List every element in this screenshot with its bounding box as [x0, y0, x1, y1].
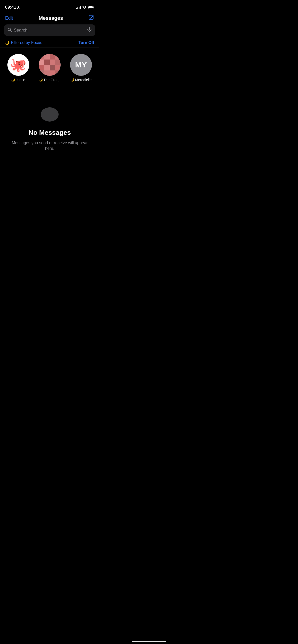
justin-moon-icon: 🌙 — [11, 78, 15, 82]
empty-state: No Messages Messages you send or receive… — [0, 86, 99, 162]
page-title: Messages — [39, 15, 63, 21]
search-icon — [8, 28, 12, 33]
pinned-contact-justin[interactable]: 🐙 🌙 Justin — [4, 54, 32, 82]
justin-emoji: 🐙 — [10, 58, 26, 71]
search-input[interactable]: Search — [14, 28, 85, 33]
status-time: 09:41 — [5, 5, 20, 10]
svg-rect-1 — [88, 6, 93, 8]
nav-bar: Edit Messages — [0, 13, 99, 24]
microphone-icon[interactable] — [87, 27, 92, 33]
signal-icon — [76, 6, 81, 9]
moon-icon: 🌙 — [5, 41, 9, 45]
pinned-contacts-row: 🐙 🌙 Justin — [0, 48, 99, 86]
edit-button[interactable]: Edit — [5, 16, 13, 21]
battery-icon — [88, 6, 94, 9]
status-bar: 09:41 — [0, 0, 99, 13]
compose-icon — [89, 15, 94, 20]
avatar-meredielle: MY — [70, 54, 92, 76]
group-name: The Group — [44, 78, 61, 82]
compose-button[interactable] — [89, 15, 94, 21]
message-bubble-icon — [39, 106, 60, 124]
empty-subtitle: Messages you send or receive will appear… — [10, 140, 89, 152]
focus-filter-bar: 🌙 Filtered by Focus Turn Off — [0, 38, 99, 48]
pinned-contact-meredielle[interactable]: MY 🌙 Meredielle — [67, 54, 95, 82]
search-container: Search — [0, 24, 99, 38]
meredielle-initials: MY — [75, 61, 87, 69]
meredielle-name: Meredielle — [75, 78, 92, 82]
svg-line-4 — [10, 30, 12, 32]
time-display: 09:41 — [5, 5, 16, 10]
status-icons — [76, 6, 94, 9]
svg-rect-5 — [89, 27, 90, 30]
turn-off-button[interactable]: Turn Off — [78, 40, 94, 45]
meredielle-moon-icon: 🌙 — [71, 78, 74, 82]
avatar-justin: 🐙 — [7, 54, 29, 76]
justin-name: Justin — [16, 78, 25, 82]
empty-title: No Messages — [29, 129, 71, 137]
wifi-icon — [82, 6, 86, 9]
avatar-group — [39, 54, 61, 76]
group-mosaic — [39, 54, 61, 76]
location-arrow-icon — [17, 6, 20, 9]
focus-label: 🌙 Filtered by Focus — [5, 40, 42, 45]
group-moon-icon: 🌙 — [39, 78, 43, 82]
pinned-contact-group[interactable]: 🌙 The Group — [36, 54, 64, 82]
filtered-by-focus-text: Filtered by Focus — [11, 40, 42, 45]
search-bar[interactable]: Search — [4, 24, 95, 36]
